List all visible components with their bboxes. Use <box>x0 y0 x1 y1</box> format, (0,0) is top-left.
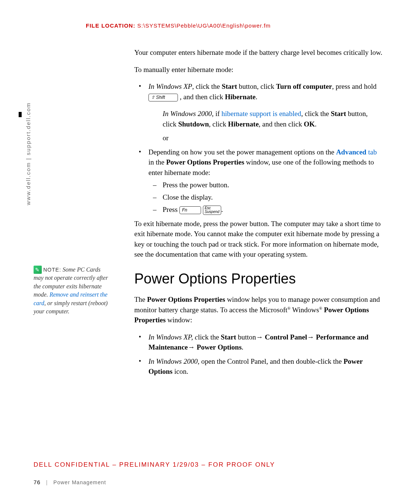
start-label: Start <box>221 333 236 341</box>
bullet-advanced: Depending on how you set the power manag… <box>134 147 383 215</box>
note-label: NOTE: <box>43 267 61 273</box>
bullet-winxp: In Windows XP, click the Start button, c… <box>134 81 383 143</box>
text: button, click <box>237 82 276 90</box>
change-bar-mark <box>19 112 22 117</box>
file-location-header: FILE LOCATION: S:\SYSTEMS\Pebble\UG\A00\… <box>86 22 383 29</box>
text: . <box>221 206 223 213</box>
footer-separator: | <box>46 479 48 485</box>
note-text-post: , or simply restart (reboot) your comput… <box>34 300 108 314</box>
power-options-label: Power Options <box>195 343 242 351</box>
advanced-tab-link[interactable]: Advanced <box>336 148 366 156</box>
bullet-list-2: In Windows XP, click the Start button→ C… <box>134 332 383 377</box>
os-label-2000: In Windows 2000 <box>148 357 198 365</box>
text: , and then click <box>178 93 225 101</box>
text: , press and hold <box>332 82 376 90</box>
dash-press-keys: Press Fn EscSuspend. <box>148 204 383 215</box>
turnoff-label: Turn off computer <box>276 82 332 90</box>
text: The <box>134 295 147 303</box>
ok-label: OK <box>304 120 315 128</box>
text: Windows <box>291 306 319 314</box>
advanced-tab-link-2[interactable]: tab <box>366 148 377 156</box>
registered-mark: ® <box>319 306 322 310</box>
dash-power-button: Press the power button. <box>148 180 383 190</box>
shutdown-label: Shutdown <box>178 120 209 128</box>
paragraph-intro: Your computer enters hibernate mode if t… <box>134 47 383 58</box>
file-location-label: FILE LOCATION: <box>86 22 135 29</box>
text: icon. <box>172 367 188 375</box>
or-text: or <box>148 133 383 143</box>
power-options-label: Power Options Properties <box>147 295 225 303</box>
page-number: 76 <box>34 479 41 485</box>
text: Depending on how you set the power manag… <box>148 148 336 156</box>
text: , if <box>212 110 222 118</box>
text: . <box>315 120 317 128</box>
text: . <box>242 343 244 351</box>
text: button <box>236 333 256 341</box>
bullet-list-1: In Windows XP, click the Start button, c… <box>134 81 383 215</box>
text: in the <box>148 158 166 166</box>
file-location-path: S:\SYSTEMS\Pebble\UG\A00\English\power.f… <box>137 22 271 29</box>
arrow-icon: → <box>307 333 314 341</box>
text: , click <box>209 120 228 128</box>
main-content: Your computer enters hibernate mode if t… <box>134 47 383 377</box>
start-label: Start <box>331 110 346 118</box>
text: , click the <box>192 82 222 90</box>
bullet-2000-path: In Windows 2000, open the Control Panel,… <box>134 356 383 377</box>
arrow-icon: → <box>188 343 195 351</box>
hibernate-label: Hibernate <box>228 120 258 128</box>
registered-mark: ® <box>288 306 291 310</box>
hibernate-support-link[interactable]: hibernate support is enabled <box>222 110 301 118</box>
text: , click the <box>301 110 331 118</box>
footer-confidential: DELL CONFIDENTIAL – PRELIMINARY 1/29/03 … <box>34 461 275 469</box>
section-heading: Power Options Properties <box>134 269 383 289</box>
start-label: Start <box>222 82 237 90</box>
paragraph-manual: To manually enter hibernate mode: <box>134 65 383 75</box>
section-name: Power Management <box>53 479 106 485</box>
paragraph-exit: To exit hibernate mode, press the power … <box>134 219 383 260</box>
text: . <box>256 93 257 101</box>
dash-list: Press the power button. Close the displa… <box>148 180 383 215</box>
os-label-xp: In Windows XP, c <box>148 333 198 341</box>
text: Press <box>163 206 179 213</box>
text: window: <box>166 316 192 324</box>
control-panel-label: Control Panel <box>263 333 307 341</box>
bullet-win2000: In Windows 2000, if hibernate support is… <box>148 109 383 129</box>
power-options-label: Power Options Properties <box>166 158 244 166</box>
text: , and then click <box>259 120 304 128</box>
esc-suspend-key-icon: EscSuspend <box>203 206 221 215</box>
bullet-xp-path: In Windows XP, click the Start button→ C… <box>134 332 383 353</box>
os-label-xp: In Windows XP <box>148 82 192 90</box>
suspend-label: Suspend <box>205 210 219 214</box>
os-label-2000: In Windows 2000 <box>163 110 212 118</box>
sidebar-url: www.dell.com | support.dell.com <box>25 102 31 205</box>
text: lick the <box>198 333 221 341</box>
text: , open the Control Panel, and then doubl… <box>198 357 344 365</box>
note-icon <box>34 266 42 274</box>
arrow-icon: → <box>256 333 263 341</box>
dash-close-display: Close the display. <box>148 192 383 203</box>
fn-key-icon: Fn <box>179 206 201 214</box>
hibernate-label: Hibernate <box>225 93 256 101</box>
paragraph-props: The Power Options Properties window help… <box>134 294 383 325</box>
note-block: NOTE: Some PC Cards may not operate corr… <box>34 266 112 316</box>
footer-page-info: 76 | Power Management <box>34 479 106 485</box>
shift-key-icon: ⇧ Shift <box>148 94 178 101</box>
